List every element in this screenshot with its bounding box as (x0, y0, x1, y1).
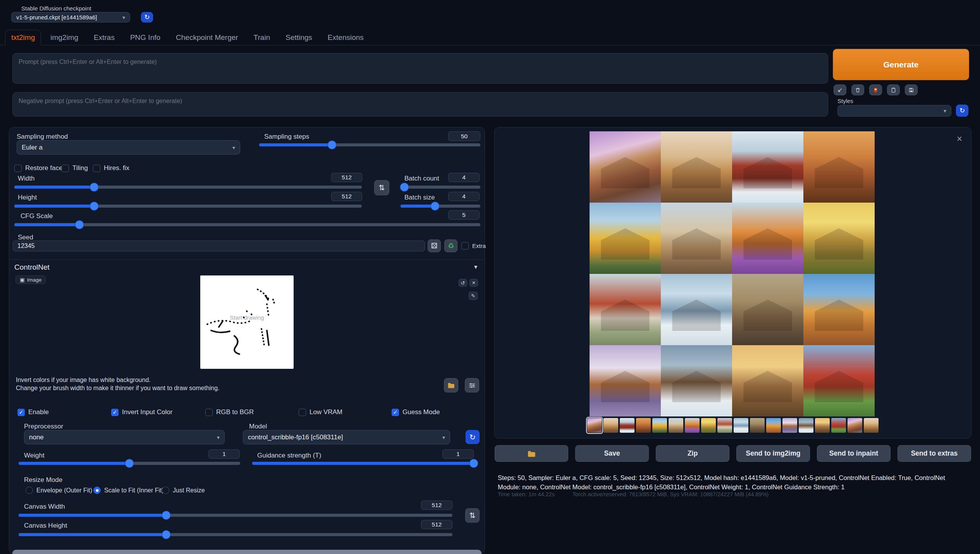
panel-bottom-bar[interactable] (12, 550, 481, 554)
gallery-image[interactable] (803, 345, 875, 416)
height-slider[interactable] (14, 201, 362, 211)
checkpoint-select[interactable]: v1-5-pruned.ckpt [e1441589a6] ▾ (11, 12, 130, 22)
gallery-thumbnail[interactable] (685, 418, 700, 433)
reuse-seed-button[interactable]: ♻ (444, 239, 457, 252)
prompt-input[interactable] (12, 53, 828, 84)
cfg-scale-value[interactable]: 5 (448, 210, 480, 220)
generate-button[interactable]: Generate (833, 49, 969, 80)
rgb-to-bgr-checkbox[interactable] (205, 409, 213, 416)
controlnet-image-tab[interactable]: ▣ Image (15, 275, 46, 284)
gallery-image[interactable] (732, 131, 803, 203)
send-to-extras-button[interactable]: Send to extras (897, 445, 971, 462)
accordion-caret-icon[interactable]: ▼ (473, 264, 478, 270)
height-value[interactable]: 512 (331, 192, 362, 201)
gallery-image[interactable] (732, 345, 803, 416)
restore-faces-checkbox[interactable] (14, 165, 22, 172)
controlnet-model-select[interactable]: control_scribble-fp16 [c508311e] ▾ (243, 430, 450, 444)
tab-img2img[interactable]: img2img (44, 30, 84, 45)
canvas-height-slider[interactable] (19, 530, 452, 539)
sampling-steps-value[interactable]: 50 (448, 131, 480, 141)
gallery-image[interactable] (661, 131, 732, 203)
enable-checkbox[interactable] (17, 409, 25, 416)
gallery-thumbnail[interactable] (750, 418, 765, 433)
gallery-image[interactable] (803, 274, 875, 345)
negative-prompt-input[interactable] (12, 92, 828, 117)
styles-refresh-button[interactable]: ↻ (956, 105, 968, 117)
guess-mode-checkbox[interactable] (392, 409, 399, 416)
clear-prompt-button[interactable] (851, 84, 864, 95)
gallery-thumbnail[interactable] (701, 418, 716, 433)
slider-handle[interactable] (470, 459, 478, 468)
gallery-thumbnail[interactable] (620, 418, 634, 433)
send-to-inpaint-button[interactable]: Send to inpaint (817, 445, 891, 462)
gallery-image[interactable] (661, 203, 732, 274)
slider-handle[interactable] (90, 183, 98, 191)
slider-handle[interactable] (328, 141, 336, 149)
tab-extensions[interactable]: Extensions (322, 30, 370, 45)
batch-size-value[interactable]: 4 (448, 192, 480, 201)
extra-networks-button[interactable] (869, 84, 882, 95)
sampling-steps-slider[interactable] (259, 140, 480, 150)
styles-select[interactable]: ▾ (837, 105, 951, 117)
canvas-height-value[interactable]: 512 (421, 520, 452, 529)
gallery-thumbnail[interactable] (815, 418, 830, 433)
canvas-undo-button[interactable]: ↺ (459, 279, 467, 287)
gallery-thumbnail[interactable] (636, 418, 651, 433)
tiling-checkbox[interactable] (62, 165, 69, 172)
tab-extras[interactable]: Extras (88, 30, 121, 45)
tab-png-info[interactable]: PNG Info (124, 30, 167, 45)
low-vram-checkbox[interactable] (299, 409, 306, 416)
canvas-brush-button[interactable]: ✎ (469, 292, 478, 300)
gallery-thumbnail[interactable] (669, 418, 683, 433)
canvas-clear-button[interactable]: ✕ (469, 279, 478, 287)
invert-input-color-checkbox[interactable] (111, 409, 119, 416)
open-output-folder-button[interactable] (495, 445, 568, 462)
sampling-method-select[interactable]: Euler a ▾ (17, 140, 240, 155)
slider-handle[interactable] (162, 531, 170, 539)
gallery-image[interactable] (803, 131, 875, 203)
gallery-thumbnail[interactable] (652, 418, 667, 433)
slider-handle[interactable] (431, 202, 439, 210)
gallery-thumbnail[interactable] (603, 418, 618, 433)
slider-handle[interactable] (90, 202, 98, 210)
gallery-thumbnail[interactable] (717, 418, 732, 433)
gallery-thumbnail[interactable] (734, 418, 748, 433)
batch-count-value[interactable]: 4 (448, 173, 480, 182)
gallery-thumbnail[interactable] (782, 418, 797, 433)
guidance-strength-slider[interactable] (252, 459, 474, 468)
canvas-width-value[interactable]: 512 (421, 501, 452, 510)
slider-handle[interactable] (126, 459, 134, 468)
controlnet-model-refresh-button[interactable]: ↻ (466, 430, 480, 444)
gallery-image[interactable] (661, 345, 732, 416)
weight-value[interactable]: 1 (208, 449, 240, 459)
slider-handle[interactable] (76, 221, 84, 229)
save-style-button[interactable] (905, 84, 918, 95)
seed-input[interactable] (13, 241, 425, 251)
gallery-image[interactable] (590, 203, 661, 274)
gallery-thumbnail[interactable] (587, 418, 602, 433)
gallery-image[interactable] (590, 274, 661, 345)
gallery-image[interactable] (732, 274, 803, 345)
gallery-thumbnail[interactable] (848, 418, 862, 433)
save-button[interactable]: Save (575, 445, 649, 462)
send-to-img2img-button[interactable]: Send to img2img (736, 445, 810, 462)
apply-style-button[interactable] (887, 84, 900, 95)
random-seed-button[interactable]: ⚄ (428, 239, 441, 252)
brush-settings-button[interactable] (465, 378, 479, 392)
gallery-thumbnail[interactable] (766, 418, 781, 433)
gallery-close-icon[interactable]: ✕ (956, 134, 963, 143)
just-resize-radio[interactable] (162, 487, 169, 494)
slider-handle[interactable] (162, 511, 170, 520)
weight-slider[interactable] (19, 459, 240, 468)
checkpoint-refresh-button[interactable]: ↻ (141, 12, 153, 22)
guidance-strength-value[interactable]: 1 (442, 449, 474, 459)
tab-settings[interactable]: Settings (279, 30, 318, 45)
controlnet-header[interactable]: ControlNet (14, 263, 50, 272)
tab-txt2img[interactable]: txt2img (5, 30, 41, 45)
gallery-thumbnail[interactable] (799, 418, 813, 433)
gallery-thumbnail[interactable] (831, 418, 846, 433)
batch-count-slider[interactable] (401, 182, 480, 192)
slider-handle[interactable] (401, 183, 409, 191)
batch-size-slider[interactable] (401, 201, 480, 211)
controlnet-draw-canvas[interactable]: Start drawing (200, 275, 294, 369)
